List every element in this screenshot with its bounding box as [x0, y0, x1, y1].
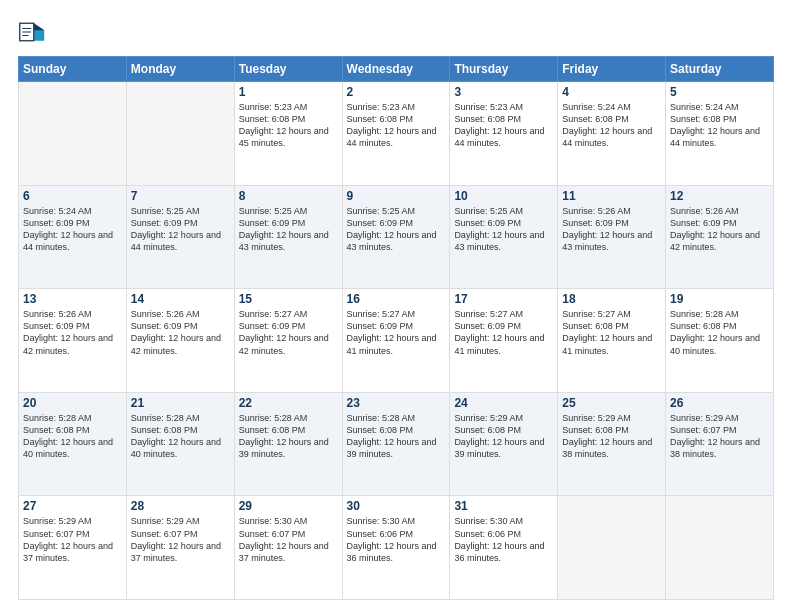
day-number: 3 — [454, 85, 553, 99]
day-number: 4 — [562, 85, 661, 99]
day-info: Sunrise: 5:27 AM Sunset: 6:09 PM Dayligh… — [239, 308, 338, 357]
day-info: Sunrise: 5:30 AM Sunset: 6:07 PM Dayligh… — [239, 515, 338, 564]
day-number: 30 — [347, 499, 446, 513]
day-number: 26 — [670, 396, 769, 410]
day-info: Sunrise: 5:23 AM Sunset: 6:08 PM Dayligh… — [239, 101, 338, 150]
calendar-day: 30Sunrise: 5:30 AM Sunset: 6:06 PM Dayli… — [342, 496, 450, 600]
calendar-day: 2Sunrise: 5:23 AM Sunset: 6:08 PM Daylig… — [342, 82, 450, 186]
day-info: Sunrise: 5:24 AM Sunset: 6:09 PM Dayligh… — [23, 205, 122, 254]
col-thursday: Thursday — [450, 57, 558, 82]
logo-icon — [18, 18, 46, 46]
calendar-day: 27Sunrise: 5:29 AM Sunset: 6:07 PM Dayli… — [19, 496, 127, 600]
day-number: 27 — [23, 499, 122, 513]
calendar-day: 6Sunrise: 5:24 AM Sunset: 6:09 PM Daylig… — [19, 185, 127, 289]
col-monday: Monday — [126, 57, 234, 82]
calendar-day: 24Sunrise: 5:29 AM Sunset: 6:08 PM Dayli… — [450, 392, 558, 496]
day-info: Sunrise: 5:30 AM Sunset: 6:06 PM Dayligh… — [454, 515, 553, 564]
calendar-day — [666, 496, 774, 600]
calendar-day: 8Sunrise: 5:25 AM Sunset: 6:09 PM Daylig… — [234, 185, 342, 289]
day-info: Sunrise: 5:24 AM Sunset: 6:08 PM Dayligh… — [670, 101, 769, 150]
day-info: Sunrise: 5:26 AM Sunset: 6:09 PM Dayligh… — [23, 308, 122, 357]
day-info: Sunrise: 5:28 AM Sunset: 6:08 PM Dayligh… — [131, 412, 230, 461]
calendar-week-2: 6Sunrise: 5:24 AM Sunset: 6:09 PM Daylig… — [19, 185, 774, 289]
day-number: 7 — [131, 189, 230, 203]
day-info: Sunrise: 5:30 AM Sunset: 6:06 PM Dayligh… — [347, 515, 446, 564]
calendar-day: 29Sunrise: 5:30 AM Sunset: 6:07 PM Dayli… — [234, 496, 342, 600]
calendar-day: 25Sunrise: 5:29 AM Sunset: 6:08 PM Dayli… — [558, 392, 666, 496]
day-info: Sunrise: 5:28 AM Sunset: 6:08 PM Dayligh… — [670, 308, 769, 357]
day-number: 14 — [131, 292, 230, 306]
calendar-week-1: 1Sunrise: 5:23 AM Sunset: 6:08 PM Daylig… — [19, 82, 774, 186]
day-number: 5 — [670, 85, 769, 99]
day-info: Sunrise: 5:26 AM Sunset: 6:09 PM Dayligh… — [131, 308, 230, 357]
calendar-day: 7Sunrise: 5:25 AM Sunset: 6:09 PM Daylig… — [126, 185, 234, 289]
calendar-day: 17Sunrise: 5:27 AM Sunset: 6:09 PM Dayli… — [450, 289, 558, 393]
day-number: 19 — [670, 292, 769, 306]
calendar-day — [558, 496, 666, 600]
header-row: Sunday Monday Tuesday Wednesday Thursday… — [19, 57, 774, 82]
day-info: Sunrise: 5:23 AM Sunset: 6:08 PM Dayligh… — [454, 101, 553, 150]
day-info: Sunrise: 5:26 AM Sunset: 6:09 PM Dayligh… — [562, 205, 661, 254]
day-info: Sunrise: 5:23 AM Sunset: 6:08 PM Dayligh… — [347, 101, 446, 150]
calendar-day: 28Sunrise: 5:29 AM Sunset: 6:07 PM Dayli… — [126, 496, 234, 600]
day-info: Sunrise: 5:27 AM Sunset: 6:09 PM Dayligh… — [347, 308, 446, 357]
calendar-day: 26Sunrise: 5:29 AM Sunset: 6:07 PM Dayli… — [666, 392, 774, 496]
day-number: 15 — [239, 292, 338, 306]
calendar-day: 3Sunrise: 5:23 AM Sunset: 6:08 PM Daylig… — [450, 82, 558, 186]
col-friday: Friday — [558, 57, 666, 82]
day-number: 11 — [562, 189, 661, 203]
calendar-day: 14Sunrise: 5:26 AM Sunset: 6:09 PM Dayli… — [126, 289, 234, 393]
day-number: 8 — [239, 189, 338, 203]
logo — [18, 18, 50, 46]
day-number: 13 — [23, 292, 122, 306]
calendar-day: 22Sunrise: 5:28 AM Sunset: 6:08 PM Dayli… — [234, 392, 342, 496]
day-info: Sunrise: 5:29 AM Sunset: 6:08 PM Dayligh… — [454, 412, 553, 461]
calendar-day — [126, 82, 234, 186]
day-info: Sunrise: 5:25 AM Sunset: 6:09 PM Dayligh… — [347, 205, 446, 254]
day-info: Sunrise: 5:25 AM Sunset: 6:09 PM Dayligh… — [239, 205, 338, 254]
calendar-day: 12Sunrise: 5:26 AM Sunset: 6:09 PM Dayli… — [666, 185, 774, 289]
calendar-day: 1Sunrise: 5:23 AM Sunset: 6:08 PM Daylig… — [234, 82, 342, 186]
day-number: 12 — [670, 189, 769, 203]
day-info: Sunrise: 5:29 AM Sunset: 6:07 PM Dayligh… — [131, 515, 230, 564]
day-info: Sunrise: 5:29 AM Sunset: 6:08 PM Dayligh… — [562, 412, 661, 461]
header — [18, 18, 774, 46]
day-number: 6 — [23, 189, 122, 203]
calendar-day: 10Sunrise: 5:25 AM Sunset: 6:09 PM Dayli… — [450, 185, 558, 289]
calendar-day: 4Sunrise: 5:24 AM Sunset: 6:08 PM Daylig… — [558, 82, 666, 186]
col-sunday: Sunday — [19, 57, 127, 82]
day-info: Sunrise: 5:28 AM Sunset: 6:08 PM Dayligh… — [239, 412, 338, 461]
calendar-day: 31Sunrise: 5:30 AM Sunset: 6:06 PM Dayli… — [450, 496, 558, 600]
day-number: 24 — [454, 396, 553, 410]
day-number: 16 — [347, 292, 446, 306]
day-info: Sunrise: 5:29 AM Sunset: 6:07 PM Dayligh… — [23, 515, 122, 564]
calendar-week-5: 27Sunrise: 5:29 AM Sunset: 6:07 PM Dayli… — [19, 496, 774, 600]
day-info: Sunrise: 5:24 AM Sunset: 6:08 PM Dayligh… — [562, 101, 661, 150]
calendar-day: 19Sunrise: 5:28 AM Sunset: 6:08 PM Dayli… — [666, 289, 774, 393]
col-wednesday: Wednesday — [342, 57, 450, 82]
day-info: Sunrise: 5:28 AM Sunset: 6:08 PM Dayligh… — [347, 412, 446, 461]
calendar-day: 15Sunrise: 5:27 AM Sunset: 6:09 PM Dayli… — [234, 289, 342, 393]
day-info: Sunrise: 5:27 AM Sunset: 6:08 PM Dayligh… — [562, 308, 661, 357]
day-info: Sunrise: 5:25 AM Sunset: 6:09 PM Dayligh… — [131, 205, 230, 254]
calendar-day: 5Sunrise: 5:24 AM Sunset: 6:08 PM Daylig… — [666, 82, 774, 186]
calendar-day: 21Sunrise: 5:28 AM Sunset: 6:08 PM Dayli… — [126, 392, 234, 496]
day-info: Sunrise: 5:28 AM Sunset: 6:08 PM Dayligh… — [23, 412, 122, 461]
calendar-day: 9Sunrise: 5:25 AM Sunset: 6:09 PM Daylig… — [342, 185, 450, 289]
day-number: 25 — [562, 396, 661, 410]
calendar-table: Sunday Monday Tuesday Wednesday Thursday… — [18, 56, 774, 600]
calendar-day: 23Sunrise: 5:28 AM Sunset: 6:08 PM Dayli… — [342, 392, 450, 496]
day-number: 29 — [239, 499, 338, 513]
col-tuesday: Tuesday — [234, 57, 342, 82]
day-number: 20 — [23, 396, 122, 410]
day-number: 31 — [454, 499, 553, 513]
day-number: 22 — [239, 396, 338, 410]
day-number: 1 — [239, 85, 338, 99]
day-info: Sunrise: 5:29 AM Sunset: 6:07 PM Dayligh… — [670, 412, 769, 461]
calendar-day: 18Sunrise: 5:27 AM Sunset: 6:08 PM Dayli… — [558, 289, 666, 393]
day-number: 21 — [131, 396, 230, 410]
day-number: 2 — [347, 85, 446, 99]
calendar-day: 13Sunrise: 5:26 AM Sunset: 6:09 PM Dayli… — [19, 289, 127, 393]
day-number: 28 — [131, 499, 230, 513]
calendar-week-4: 20Sunrise: 5:28 AM Sunset: 6:08 PM Dayli… — [19, 392, 774, 496]
